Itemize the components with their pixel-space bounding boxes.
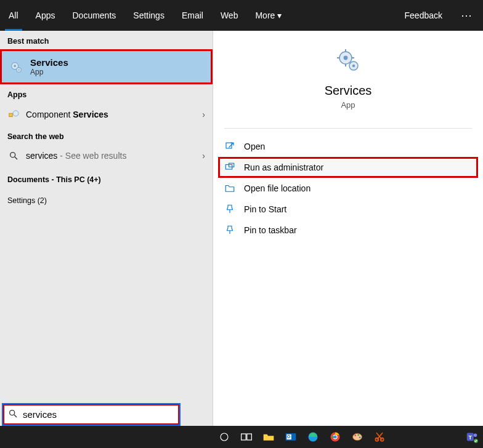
tab-more[interactable]: More ▾ <box>246 0 290 31</box>
taskbar-explorer-icon[interactable] <box>258 426 280 448</box>
taskbar-snip-icon[interactable] <box>368 426 391 448</box>
pin-icon <box>224 225 235 236</box>
svg-point-19 <box>10 410 15 415</box>
best-match-result[interactable]: Services App <box>0 49 213 84</box>
action-label: Pin to Start <box>244 204 286 214</box>
results-panel: Best match Services App Apps Component S… <box>0 31 213 426</box>
action-label: Pin to taskbar <box>244 225 297 235</box>
best-match-label: Best match <box>0 31 213 49</box>
divider <box>224 128 472 129</box>
svg-point-3 <box>18 69 19 70</box>
services-gear-icon <box>9 60 23 74</box>
tab-web[interactable]: Web <box>212 0 247 31</box>
action-pin-to-taskbar[interactable]: Pin to taskbar <box>218 220 478 241</box>
preview-title: Services <box>213 84 483 98</box>
preview-subtitle: App <box>213 100 483 110</box>
svg-line-7 <box>15 157 17 159</box>
taskbar: O T <box>0 426 483 448</box>
svg-point-21 <box>221 433 228 441</box>
svg-point-34 <box>359 437 361 439</box>
tab-apps[interactable]: Apps <box>27 0 64 31</box>
result-label: services - See web results <box>26 151 126 161</box>
result-web-search[interactable]: services - See web results › <box>0 145 213 167</box>
svg-point-1 <box>14 65 16 67</box>
svg-point-6 <box>10 153 15 158</box>
search-input[interactable] <box>23 409 174 420</box>
tab-documents[interactable]: Documents <box>63 0 124 31</box>
pin-icon <box>224 204 235 215</box>
svg-rect-23 <box>247 434 252 440</box>
svg-rect-4 <box>9 113 12 116</box>
search-icon <box>8 409 18 421</box>
action-pin-to-start[interactable]: Pin to Start <box>218 199 478 220</box>
svg-point-33 <box>357 434 359 436</box>
chevron-right-icon: › <box>202 151 205 161</box>
apps-section-label: Apps <box>0 84 213 103</box>
chevron-down-icon: ▾ <box>277 10 282 20</box>
more-options-button[interactable]: ⋯ <box>451 9 483 22</box>
taskbar-cortana-icon[interactable] <box>213 426 235 448</box>
search-icon <box>7 151 20 161</box>
admin-shield-icon <box>224 162 235 173</box>
taskbar-paint-icon[interactable] <box>346 426 368 448</box>
chevron-right-icon: › <box>202 110 205 119</box>
svg-point-5 <box>13 111 18 116</box>
svg-point-32 <box>354 434 356 436</box>
best-match-title: Services <box>30 57 68 68</box>
result-label: Component Services <box>26 110 108 119</box>
best-match-subtitle: App <box>30 68 68 76</box>
action-label: Run as administrator <box>244 162 323 172</box>
result-component-services[interactable]: Component Services › <box>0 103 213 126</box>
action-open-file-location[interactable]: Open file location <box>218 178 478 199</box>
search-box[interactable] <box>2 403 181 426</box>
services-gear-icon <box>336 48 360 73</box>
search-web-label: Search the web <box>0 126 213 145</box>
svg-point-39 <box>474 434 477 438</box>
tab-settings[interactable]: Settings <box>124 0 173 31</box>
svg-text:O: O <box>287 435 290 439</box>
svg-rect-22 <box>242 434 246 440</box>
search-filter-tabs: All Apps Documents Settings Email Web Mo… <box>0 0 483 31</box>
taskbar-task-view-icon[interactable] <box>235 426 258 448</box>
tab-more-label: More <box>255 10 275 20</box>
action-label: Open <box>244 142 265 151</box>
svg-line-20 <box>14 415 17 417</box>
action-run-as-admin[interactable]: Run as administrator <box>218 157 478 178</box>
open-app-icon <box>224 141 235 152</box>
action-label: Open file location <box>244 183 310 193</box>
settings-section-label[interactable]: Settings (2) <box>0 188 213 209</box>
taskbar-outlook-icon[interactable]: O <box>280 426 302 448</box>
tab-all[interactable]: All <box>0 0 27 31</box>
documents-section-label[interactable]: Documents - This PC (4+) <box>0 167 213 188</box>
preview-panel: Services App Open Run as administrator O… <box>213 31 483 426</box>
action-open[interactable]: Open <box>218 136 478 157</box>
taskbar-teams-icon[interactable]: T <box>461 426 483 448</box>
taskbar-chrome-icon[interactable] <box>324 426 346 448</box>
feedback-button[interactable]: Feedback <box>396 0 451 31</box>
taskbar-edge-icon[interactable] <box>302 426 324 448</box>
svg-point-31 <box>353 433 362 441</box>
svg-text:T: T <box>468 434 472 441</box>
svg-point-9 <box>344 56 348 60</box>
svg-rect-18 <box>229 163 234 167</box>
tab-email[interactable]: Email <box>173 0 212 31</box>
component-services-icon <box>7 109 20 120</box>
svg-point-15 <box>352 65 355 67</box>
folder-icon <box>224 183 235 194</box>
